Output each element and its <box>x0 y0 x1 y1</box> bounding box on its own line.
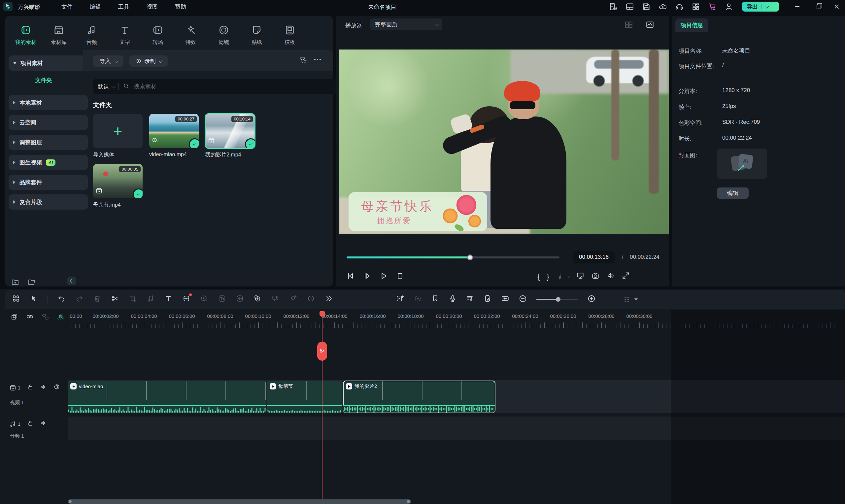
mask-tool-icon[interactable] <box>182 294 191 304</box>
tab-audio[interactable]: 音频 <box>76 24 108 46</box>
layout-icon[interactable] <box>626 2 634 11</box>
clip-play-icon[interactable] <box>346 383 352 390</box>
tab-project-info[interactable]: 项目信息 <box>675 18 708 32</box>
next-frame-icon[interactable] <box>362 271 372 282</box>
sidebar-item-compound-clip[interactable]: 复合片段 <box>8 194 88 210</box>
stop-icon[interactable] <box>395 271 405 282</box>
video-preview[interactable]: 母亲节快乐 拥抱所爱 <box>339 50 669 234</box>
tab-templates[interactable]: 模板 <box>274 24 306 46</box>
undo-icon[interactable] <box>57 294 66 304</box>
export-button[interactable]: 导出 <box>742 2 779 12</box>
filter-icon[interactable] <box>299 56 308 66</box>
timeline-clip-my-movie2[interactable]: 我的影片2 <box>343 381 495 413</box>
menu-help[interactable]: 帮助 <box>166 3 195 11</box>
cover-thumbnail[interactable]: AI <box>717 148 767 179</box>
mute-track-icon[interactable] <box>40 420 47 428</box>
expand-arrow-icon[interactable] <box>13 62 17 65</box>
video-thumbnail-selected[interactable]: 00:10:14 <box>205 114 255 148</box>
collapse-arrow-icon[interactable] <box>13 101 16 104</box>
media-card-my-movie2[interactable]: 00:10:14 我的影片2.mp4 <box>205 114 255 158</box>
tab-stickers[interactable]: 贴纸 <box>241 24 273 46</box>
tab-stock-library[interactable]: 素材库 <box>43 24 75 46</box>
collapse-sidebar-button[interactable] <box>67 276 76 285</box>
render-preview-icon[interactable] <box>414 294 422 304</box>
play-icon[interactable] <box>379 271 388 282</box>
playhead-line[interactable] <box>322 312 323 504</box>
timeline-zoom-slider[interactable] <box>536 299 578 300</box>
record-button[interactable]: 录制 <box>129 55 168 67</box>
select-tool-icon[interactable] <box>30 294 38 304</box>
collapse-arrow-icon[interactable] <box>13 141 16 144</box>
fit-timeline-icon[interactable] <box>501 294 509 304</box>
clip-play-icon[interactable] <box>270 383 276 390</box>
sidebar-item-cloud[interactable]: 云空间 <box>8 115 88 130</box>
display-device-icon[interactable] <box>576 271 585 282</box>
sidebar-item-image-to-video[interactable]: 图生视频 AI <box>8 155 88 170</box>
mark-out-icon[interactable]: } <box>546 272 549 281</box>
marker-icon[interactable] <box>431 294 439 304</box>
ai-text-icon[interactable] <box>218 294 226 304</box>
seek-bar[interactable] <box>346 256 559 258</box>
store-cart-icon[interactable] <box>708 2 717 11</box>
snap-magnet-icon[interactable] <box>57 313 65 322</box>
video-thumbnail[interactable]: 00:00:05 <box>93 164 143 198</box>
minimize-button[interactable] <box>791 3 804 11</box>
screen-record-icon[interactable] <box>484 294 492 304</box>
edit-cover-button[interactable]: 编辑 <box>717 187 749 199</box>
more-tools-icon[interactable] <box>325 294 333 304</box>
search-input[interactable] <box>133 83 335 90</box>
collapse-arrow-icon[interactable] <box>13 121 16 124</box>
media-templates-icon[interactable] <box>12 294 20 304</box>
new-folder-icon[interactable] <box>11 278 19 287</box>
search-bar[interactable]: 默认 <box>93 79 339 94</box>
multiview-icon[interactable] <box>625 20 633 31</box>
sidebar-item-brand-kit[interactable]: 品牌套件 <box>8 175 88 190</box>
audio-beat-icon[interactable] <box>147 294 155 304</box>
clip-play-icon[interactable] <box>70 383 76 390</box>
scrollbar-right-handle[interactable] <box>407 500 410 503</box>
tab-effects[interactable]: 特效 <box>175 24 206 46</box>
collapse-arrow-icon[interactable] <box>13 181 16 184</box>
text-tool-icon[interactable] <box>164 294 173 304</box>
menu-tools[interactable]: 工具 <box>110 3 138 11</box>
collapse-arrow-icon[interactable] <box>13 161 16 164</box>
sidebar-item-project-media[interactable]: 项目素材 <box>8 55 88 71</box>
seek-knob[interactable] <box>467 254 473 260</box>
collapse-arrow-icon[interactable] <box>13 200 16 204</box>
speed-icon[interactable] <box>307 294 315 304</box>
add-track-icon[interactable] <box>11 313 18 322</box>
tab-filters[interactable]: 滤镜 <box>208 24 240 46</box>
media-card-mothers-day[interactable]: 00:00:05 母亲节.mp4 <box>93 164 143 209</box>
lock-track-icon[interactable] <box>27 383 34 392</box>
timeline-clip-video-miao[interactable]: video-miao <box>68 381 266 413</box>
split-scissors-icon[interactable] <box>111 294 119 304</box>
import-button[interactable]: 导入 <box>93 55 123 67</box>
media-card-import[interactable]: + 导入媒体 <box>93 114 143 158</box>
ai-video-enhance-icon[interactable] <box>396 294 404 304</box>
tab-my-media[interactable]: 我的素材 <box>10 24 41 46</box>
sidebar-item-folder[interactable]: 文件夹 <box>8 76 78 84</box>
lock-track-icon[interactable] <box>27 420 34 428</box>
playhead-split-button[interactable] <box>317 342 327 361</box>
delete-icon[interactable] <box>93 294 101 304</box>
crop-icon[interactable] <box>129 294 137 304</box>
link-clips-icon[interactable] <box>26 313 34 322</box>
menu-view[interactable]: 视图 <box>138 3 166 11</box>
more-options-icon[interactable] <box>314 59 321 60</box>
media-card-video-miao[interactable]: 00:00:27 video-miao.mp4 <box>149 114 199 158</box>
sidebar-item-local-media[interactable]: 本地素材 <box>8 95 88 110</box>
timeline-clip-mothers-day[interactable]: 母亲节 <box>267 381 342 413</box>
menu-edit[interactable]: 编辑 <box>81 3 110 11</box>
speech-to-text-icon[interactable] <box>253 294 262 304</box>
tab-transitions[interactable]: 转场 <box>142 24 174 46</box>
previous-frame-icon[interactable] <box>346 271 355 282</box>
preview-render-icon[interactable] <box>200 294 208 304</box>
tab-text[interactable]: 文字 <box>109 24 141 46</box>
sidebar-item-adjustment-layer[interactable]: 调整图层 <box>8 135 88 150</box>
delete-folder-icon[interactable] <box>28 278 36 287</box>
zoom-out-icon[interactable] <box>519 294 527 305</box>
video-thumbnail[interactable]: 00:00:27 <box>149 114 199 148</box>
keyframe-icon[interactable] <box>289 294 298 304</box>
dashboard-grid-icon[interactable] <box>691 2 700 11</box>
playhead-handle[interactable] <box>320 311 325 317</box>
